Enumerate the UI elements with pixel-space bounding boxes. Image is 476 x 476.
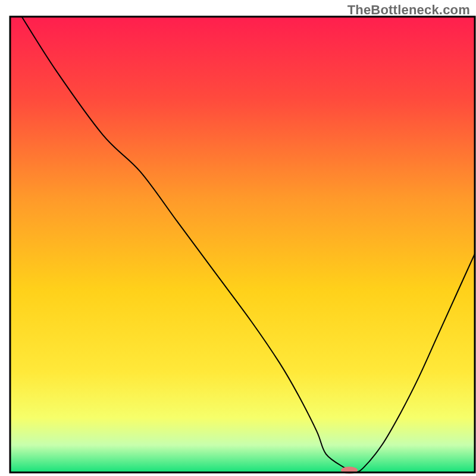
bottleneck-chart [0, 0, 476, 476]
watermark-text: TheBottleneck.com [347, 2, 470, 18]
